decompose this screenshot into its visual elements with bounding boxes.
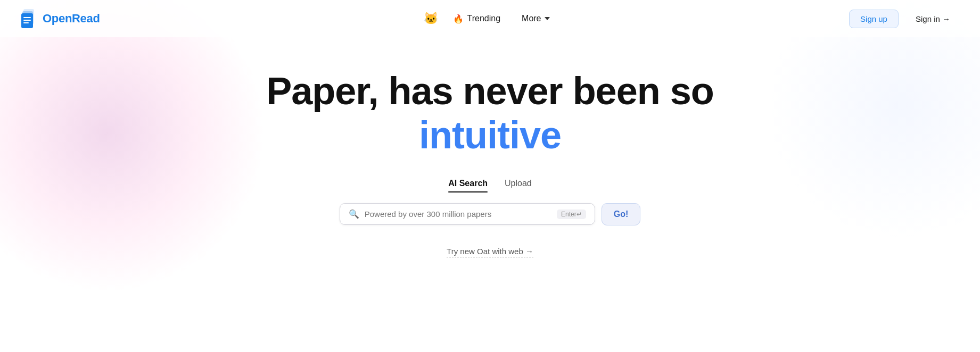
search-input-wrapper: 🔍 Enter↵ [340,203,595,225]
tabs-container: AI Search Upload [448,179,532,192]
search-input[interactable] [365,209,553,219]
chevron-down-icon [543,17,550,20]
oat-link-container: Try new Oat with web → [447,247,533,256]
fire-icon: 🔥 [453,14,464,24]
hero-title-line2: intuitive [419,113,561,157]
header: OpenRead 🐱 🔥 Trending More Sign up Sign … [0,0,980,37]
nav-left: OpenRead [21,8,100,29]
logo-text: OpenRead [43,12,100,26]
tab-upload[interactable]: Upload [505,179,532,192]
nav-center: 🐱 🔥 Trending More [424,10,556,28]
trending-label: Trending [467,14,500,23]
go-button[interactable]: Go! [602,203,641,225]
cat-icon: 🐱 [424,12,438,26]
nav-right: Sign up Sign in → [849,10,959,28]
main-content: Paper, has never been so intuitive AI Se… [0,37,980,256]
search-icon: 🔍 [349,209,359,219]
signup-button[interactable]: Sign up [849,10,899,28]
enter-badge: Enter↵ [557,209,586,219]
signin-button[interactable]: Sign in → [907,10,959,28]
search-container: 🔍 Enter↵ Go! [340,203,641,225]
more-button[interactable]: More [515,10,556,28]
trending-link[interactable]: 🔥 Trending [453,14,500,24]
oat-link[interactable]: Try new Oat with web → [447,247,533,257]
logo-icon [21,8,38,29]
hero-title-line1: Paper, has never been so [266,69,713,113]
more-label: More [522,14,541,23]
tab-ai-search[interactable]: AI Search [448,179,488,192]
